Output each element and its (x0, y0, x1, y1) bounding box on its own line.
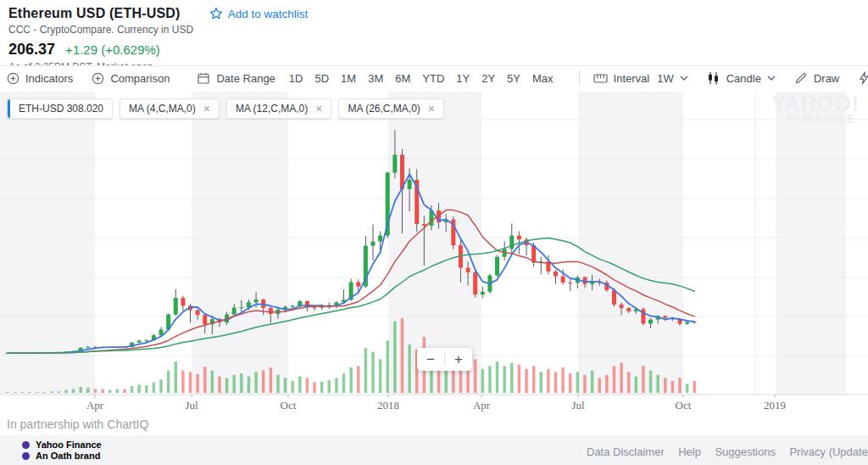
svg-text:2019: 2019 (764, 399, 786, 412)
close-icon[interactable]: × (428, 103, 435, 115)
series-chip-label: ETH-USD 308.020 (19, 103, 103, 115)
ma-chip-12[interactable]: MA (12,C,MA,0) × (226, 98, 332, 119)
draw-button[interactable]: Draw (794, 71, 839, 85)
svg-text:Oct: Oct (676, 399, 692, 412)
chevron-down-icon (680, 76, 688, 81)
range-5y[interactable]: 5Y (507, 72, 520, 85)
comparison-button[interactable]: Comparison (92, 72, 170, 85)
svg-text:Apr: Apr (86, 399, 104, 412)
oath-logo-dot-icon (22, 452, 30, 460)
link-privacy[interactable]: Privacy (Updated) (789, 445, 868, 458)
ma-chip-4[interactable]: MA (4,C,MA,0) × (120, 98, 220, 119)
range-2y[interactable]: 2Y (481, 72, 495, 85)
quote-subtitle: CCC - CryptoCompare. Currency in USD (8, 24, 308, 36)
range-3m[interactable]: 3M (368, 72, 383, 85)
range-5d[interactable]: 5D (314, 72, 329, 85)
draw-label: Draw (814, 72, 839, 85)
indicators-button[interactable]: Indicators (7, 72, 73, 85)
plus-circle-icon (7, 72, 19, 85)
yahoo-finance-chart-page: Ethereum USD (ETH-USD) Add to watchlist … (0, 0, 868, 465)
events-button[interactable]: Events (858, 71, 868, 85)
calendar-icon (197, 71, 210, 85)
date-range-button[interactable]: Date Range (197, 71, 275, 85)
zoom-out-button[interactable]: − (417, 348, 444, 371)
yahoo-logo-dot-icon (22, 441, 30, 449)
close-icon[interactable]: × (315, 103, 322, 115)
page-footer: Yahoo Finance An Oath brand Data Disclai… (0, 435, 868, 465)
x-axis: AprJulOct2018AprJulOct2019 (0, 395, 868, 412)
chart-type-label: Candle (726, 72, 761, 85)
watchlist-label: Add to watchlist (228, 8, 309, 20)
quote-header: Ethereum USD (ETH-USD) Add to watchlist … (8, 6, 308, 73)
price-change: +1.29 (+0.629%) (65, 42, 160, 57)
link-help[interactable]: Help (678, 445, 701, 458)
svg-text:Apr: Apr (473, 399, 491, 412)
interval-ruler-icon (593, 73, 608, 84)
ma-chip-label: MA (26,C,MA,0) (348, 103, 420, 115)
ma-chip-26[interactable]: MA (26,C,MA,0) × (338, 98, 444, 119)
chevron-down-icon (767, 76, 776, 81)
toolbar-divider (579, 70, 580, 86)
svg-text:Jul: Jul (185, 399, 198, 412)
date-range-label: Date Range (216, 72, 275, 85)
range-ytd[interactable]: YTD (422, 72, 444, 85)
svg-text:2018: 2018 (377, 399, 399, 412)
zoom-controls: − + (417, 348, 472, 371)
legend-chips: ETH-USD 308.020 MA (4,C,MA,0) × MA (12,C… (7, 98, 444, 119)
close-icon[interactable]: × (203, 103, 210, 115)
range-1m[interactable]: 1M (341, 72, 356, 85)
lightning-events-icon (858, 71, 868, 85)
interval-value: 1W (657, 72, 674, 85)
range-max[interactable]: Max (532, 72, 554, 85)
svg-text:FINANCE: FINANCE (787, 112, 857, 126)
interval-label: Interval (614, 72, 650, 85)
toolbar-right-group: Interval 1W Candle (565, 70, 868, 86)
brand-yahoo-finance: Yahoo Finance (36, 440, 102, 450)
current-price: 206.37 (8, 41, 55, 59)
zoom-in-button[interactable]: + (445, 348, 472, 371)
add-to-watchlist-button[interactable]: Add to watchlist (209, 7, 309, 20)
chart-toolbar: Indicators Comparison Date Range 1D 5D 1… (0, 65, 868, 90)
comparison-label: Comparison (110, 72, 170, 85)
range-1d[interactable]: 1D (289, 72, 303, 85)
series-accent-bar (8, 99, 10, 118)
range-1y[interactable]: 1Y (456, 72, 470, 85)
series-chip-eth-usd[interactable]: ETH-USD 308.020 (7, 98, 113, 119)
chartiq-partnership-note: In partnership with ChartIQ (7, 417, 148, 431)
footer-links: Data Disclaimer Help Suggestions Privacy… (587, 444, 868, 459)
indicators-label: Indicators (25, 72, 73, 85)
chart-type-selector[interactable]: Candle (707, 71, 776, 85)
pencil-draw-icon (794, 71, 808, 85)
link-suggestions[interactable]: Suggestions (715, 445, 776, 458)
svg-text:Oct: Oct (281, 399, 297, 412)
ma-chip-label: MA (12,C,MA,0) (236, 103, 308, 115)
brand-block: Yahoo Finance An Oath brand (22, 440, 102, 462)
svg-text:Jul: Jul (571, 399, 585, 412)
plus-circle-icon (92, 72, 104, 85)
range-6m[interactable]: 6M (395, 72, 410, 85)
star-icon (209, 7, 223, 20)
page-title: Ethereum USD (ETH-USD) (8, 6, 181, 21)
interval-selector[interactable]: Interval 1W (593, 72, 688, 85)
link-data-disclaimer[interactable]: Data Disclaimer (587, 445, 665, 458)
brand-oath: An Oath brand (36, 451, 100, 461)
candle-chart-icon (707, 71, 721, 85)
ma-chip-label: MA (4,C,MA,0) (129, 103, 196, 115)
